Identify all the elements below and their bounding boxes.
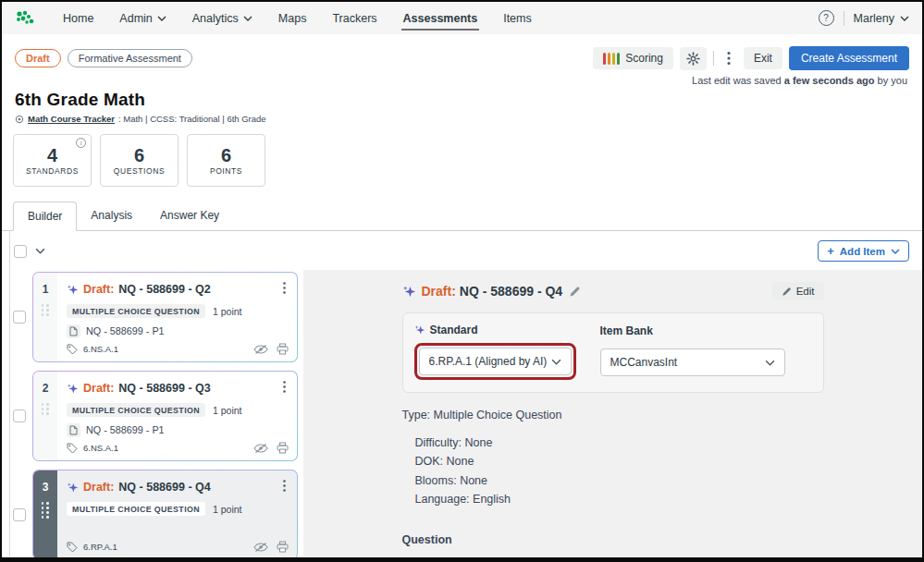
list-item: 3 Draft: NQ - 588699 - Q4 MULTIP: [10, 470, 298, 560]
help-icon[interactable]: ?: [819, 10, 834, 26]
question-detail-panel: Draft: NQ - 588699 - Q4 Edit Standar: [303, 270, 922, 556]
question-number: 1: [43, 283, 49, 296]
stats-row: i 4 STANDARDS 6 QUESTIONS 6 POINTS: [2, 124, 922, 187]
meta-blooms: Blooms: None: [415, 471, 824, 490]
question-card-body: Draft: NQ - 588699 - Q2 MULTIPLE CHOICE …: [57, 273, 297, 361]
nav-item-maps[interactable]: Maps: [265, 2, 320, 34]
tag-icon: [67, 443, 78, 454]
settings-button[interactable]: [680, 47, 707, 70]
nav-item-trackers[interactable]: Trackers: [319, 2, 389, 34]
stat-card-points: 6 POINTS: [187, 134, 265, 187]
eye-slash-icon[interactable]: [253, 344, 268, 355]
standard-label: Standard: [430, 324, 478, 336]
add-item-button[interactable]: + Add Item: [818, 240, 909, 262]
stat-card-standards: i 4 STANDARDS: [13, 134, 92, 187]
exit-button[interactable]: Exit: [744, 47, 782, 69]
tab-builder[interactable]: Builder: [13, 202, 77, 231]
tag-icon: [67, 344, 78, 355]
type-badge-formative: Formative Assessment: [68, 49, 192, 67]
breadcrumb: Math Course Tracker : Math | CCSS: Tradi…: [15, 114, 909, 124]
question-title: NQ - 588699 - Q2: [118, 283, 210, 296]
nav-item-analytics[interactable]: Analytics: [179, 2, 265, 34]
alignment-card: Standard 6.RP.A.1 (Aligned by AI) Item B…: [402, 312, 824, 393]
drag-handle-icon[interactable]: [42, 502, 50, 519]
nav-label: Trackers: [332, 12, 376, 25]
chevron-down-icon[interactable]: [35, 248, 45, 254]
print-icon[interactable]: [277, 541, 289, 553]
chevron-down-icon: [891, 249, 900, 254]
question-standard: 6.RP.A.1: [83, 542, 117, 552]
detail-question-title: NQ - 588699 - Q4: [460, 284, 562, 299]
builder-panel: + Add Item 1: [9, 231, 922, 556]
question-card-q4-selected[interactable]: 3 Draft: NQ - 588699 - Q4 MULTIP: [32, 470, 298, 560]
question-card-q2[interactable]: 1 Draft: NQ - 588699 - Q2 MULTIP: [32, 272, 298, 362]
divider: [844, 11, 844, 26]
ai-sparkle-icon: [414, 324, 425, 336]
nav-item-assessments[interactable]: Assessments: [390, 2, 491, 34]
breadcrumb-tracker-link[interactable]: Math Course Tracker: [28, 114, 115, 124]
nav-right: ? Marleny: [819, 2, 909, 34]
question-section-label: Question: [402, 533, 824, 546]
question-draft-status: Draft:: [83, 382, 114, 395]
create-assessment-button[interactable]: Create Assessment: [789, 46, 909, 70]
nav-label: Items: [503, 12, 532, 25]
passage-label: NQ - 588699 - P1: [86, 424, 165, 435]
question-menu-button[interactable]: [280, 379, 289, 397]
edit-label: Edit: [796, 286, 815, 297]
tab-answer-key[interactable]: Answer Key: [146, 202, 233, 230]
item-bank-group: Item Bank MCCanvasInt: [600, 324, 785, 380]
user-menu[interactable]: Marleny: [854, 12, 909, 25]
nav-item-home[interactable]: Home: [50, 2, 106, 34]
chevron-down-icon: [243, 16, 253, 21]
question-number-strip: 2: [33, 372, 57, 460]
detail-header: Draft: NQ - 588699 - Q4 Edit: [402, 282, 824, 300]
select-all-checkbox[interactable]: [14, 245, 27, 258]
question-number: 3: [43, 481, 49, 494]
ai-sparkle-icon: [67, 482, 79, 494]
kebab-menu-icon: [727, 51, 731, 66]
drag-handle-icon[interactable]: [42, 304, 50, 316]
top-nav: Home Admin Analytics Maps Trackers Asses…: [2, 2, 922, 34]
masteryconnect-logo-icon[interactable]: [15, 2, 35, 34]
scoring-button[interactable]: Scoring: [593, 47, 673, 69]
question-checkbox[interactable]: [13, 508, 26, 521]
last-saved-note: Last edit was saved a few seconds ago by…: [2, 70, 922, 86]
app-window: Home Admin Analytics Maps Trackers Asses…: [0, 0, 924, 562]
more-options-button[interactable]: [721, 46, 737, 70]
question-standard: 6.NS.A.1: [83, 443, 118, 453]
stat-value: 4: [47, 146, 57, 165]
eye-slash-icon[interactable]: [253, 443, 268, 454]
question-checkbox[interactable]: [13, 311, 26, 324]
eye-slash-icon[interactable]: [253, 542, 268, 553]
nav-item-admin[interactable]: Admin: [106, 2, 179, 34]
print-icon[interactable]: [277, 343, 289, 355]
question-type-badge: MULTIPLE CHOICE QUESTION: [67, 403, 205, 417]
item-bank-dropdown[interactable]: MCCanvasInt: [600, 348, 785, 376]
question-menu-button[interactable]: [280, 280, 289, 299]
standard-dropdown[interactable]: 6.RP.A.1 (Aligned by AI): [419, 348, 572, 375]
document-icon: [69, 425, 78, 435]
page-title: 6th Grade Math: [15, 90, 909, 110]
scoring-bars-icon: [603, 53, 621, 65]
kebab-menu-icon: [283, 480, 286, 492]
nav-item-items[interactable]: Items: [490, 2, 545, 34]
drag-handle-icon[interactable]: [42, 403, 50, 415]
standard-group: Standard 6.RP.A.1 (Aligned by AI): [414, 324, 576, 380]
stat-value: 6: [221, 146, 231, 165]
pencil-icon[interactable]: [569, 286, 581, 298]
print-icon[interactable]: [277, 442, 289, 454]
question-draft-status: Draft:: [83, 283, 114, 296]
chevron-down-icon: [157, 16, 166, 21]
info-icon[interactable]: i: [76, 138, 86, 148]
question-points: 1 point: [213, 306, 242, 317]
question-checkbox[interactable]: [13, 409, 26, 422]
meta-language: Language: English: [415, 490, 824, 508]
question-card-q3[interactable]: 2 Draft: NQ - 588699 - Q3 MULTIP: [32, 371, 298, 461]
edit-button[interactable]: Edit: [772, 282, 824, 300]
list-item: 1 Draft: NQ - 588699 - Q2 MULTIP: [10, 272, 298, 362]
ai-sparkle-icon: [402, 285, 416, 299]
chevron-down-icon: [765, 360, 775, 366]
question-number-strip: 1: [33, 273, 57, 361]
question-menu-button[interactable]: [280, 478, 289, 496]
tab-analysis[interactable]: Analysis: [77, 202, 146, 230]
